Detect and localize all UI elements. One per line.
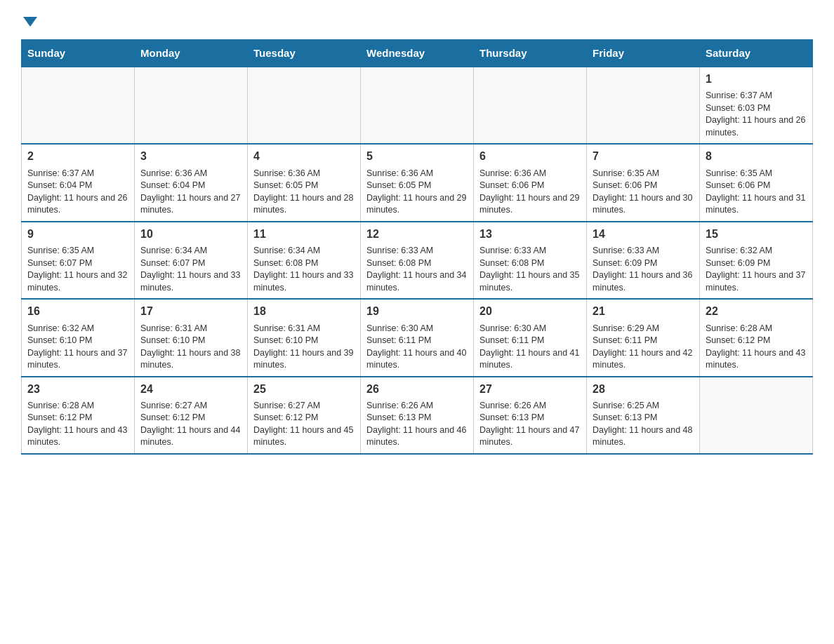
- day-info: Sunrise: 6:35 AMSunset: 6:06 PMDaylight:…: [706, 168, 807, 217]
- calendar-cell: 8Sunrise: 6:35 AMSunset: 6:06 PMDaylight…: [700, 144, 813, 221]
- calendar-cell: 9Sunrise: 6:35 AMSunset: 6:07 PMDaylight…: [22, 222, 135, 299]
- calendar-cell: 15Sunrise: 6:32 AMSunset: 6:09 PMDayligh…: [700, 222, 813, 299]
- day-number: 8: [706, 149, 807, 164]
- calendar-cell: 4Sunrise: 6:36 AMSunset: 6:05 PMDaylight…: [248, 144, 361, 221]
- day-number: 10: [140, 227, 241, 242]
- logo-arrow-icon: [23, 17, 37, 27]
- day-info: Sunrise: 6:34 AMSunset: 6:07 PMDaylight:…: [140, 245, 241, 294]
- calendar-cell: [361, 67, 474, 144]
- day-info: Sunrise: 6:29 AMSunset: 6:11 PMDaylight:…: [593, 323, 694, 372]
- calendar-cell: [22, 67, 135, 144]
- calendar-cell: [700, 377, 813, 454]
- day-info: Sunrise: 6:33 AMSunset: 6:09 PMDaylight:…: [593, 245, 694, 294]
- calendar-header-monday: Monday: [135, 40, 248, 67]
- calendar-cell: 27Sunrise: 6:26 AMSunset: 6:13 PMDayligh…: [474, 377, 587, 454]
- calendar-cell: 18Sunrise: 6:31 AMSunset: 6:10 PMDayligh…: [248, 299, 361, 376]
- day-number: 5: [366, 149, 468, 164]
- day-info: Sunrise: 6:27 AMSunset: 6:12 PMDaylight:…: [140, 400, 241, 449]
- day-number: 21: [593, 304, 694, 319]
- calendar-header-thursday: Thursday: [474, 40, 587, 67]
- day-info: Sunrise: 6:26 AMSunset: 6:13 PMDaylight:…: [479, 400, 581, 449]
- day-number: 11: [253, 227, 355, 242]
- day-info: Sunrise: 6:33 AMSunset: 6:08 PMDaylight:…: [479, 245, 581, 294]
- calendar-header-tuesday: Tuesday: [248, 40, 361, 67]
- day-number: 15: [706, 227, 807, 242]
- calendar-cell: 21Sunrise: 6:29 AMSunset: 6:11 PMDayligh…: [587, 299, 700, 376]
- calendar-header-sunday: Sunday: [22, 40, 135, 67]
- day-number: 3: [140, 149, 241, 164]
- calendar-week-1: 1Sunrise: 6:37 AMSunset: 6:03 PMDaylight…: [22, 67, 813, 144]
- day-info: Sunrise: 6:30 AMSunset: 6:11 PMDaylight:…: [366, 323, 468, 372]
- calendar-header-saturday: Saturday: [700, 40, 813, 67]
- page-header: [21, 14, 813, 25]
- day-number: 6: [479, 149, 581, 164]
- calendar-cell: 7Sunrise: 6:35 AMSunset: 6:06 PMDaylight…: [587, 144, 700, 221]
- calendar-cell: 20Sunrise: 6:30 AMSunset: 6:11 PMDayligh…: [474, 299, 587, 376]
- calendar-cell: 14Sunrise: 6:33 AMSunset: 6:09 PMDayligh…: [587, 222, 700, 299]
- day-number: 14: [593, 227, 694, 242]
- calendar-cell: [474, 67, 587, 144]
- calendar-week-5: 23Sunrise: 6:28 AMSunset: 6:12 PMDayligh…: [22, 377, 813, 454]
- calendar-cell: 5Sunrise: 6:36 AMSunset: 6:05 PMDaylight…: [361, 144, 474, 221]
- day-info: Sunrise: 6:26 AMSunset: 6:13 PMDaylight:…: [366, 400, 468, 449]
- calendar-table: SundayMondayTuesdayWednesdayThursdayFrid…: [21, 39, 813, 455]
- day-number: 9: [27, 227, 128, 242]
- day-info: Sunrise: 6:36 AMSunset: 6:05 PMDaylight:…: [253, 168, 355, 217]
- calendar-cell: 16Sunrise: 6:32 AMSunset: 6:10 PMDayligh…: [22, 299, 135, 376]
- day-number: 17: [140, 304, 241, 319]
- day-info: Sunrise: 6:36 AMSunset: 6:06 PMDaylight:…: [479, 168, 581, 217]
- day-info: Sunrise: 6:37 AMSunset: 6:04 PMDaylight:…: [27, 168, 128, 217]
- calendar-cell: 12Sunrise: 6:33 AMSunset: 6:08 PMDayligh…: [361, 222, 474, 299]
- day-info: Sunrise: 6:36 AMSunset: 6:05 PMDaylight:…: [366, 168, 468, 217]
- day-info: Sunrise: 6:34 AMSunset: 6:08 PMDaylight:…: [253, 245, 355, 294]
- day-number: 23: [27, 382, 128, 397]
- day-info: Sunrise: 6:36 AMSunset: 6:04 PMDaylight:…: [140, 168, 241, 217]
- calendar-week-4: 16Sunrise: 6:32 AMSunset: 6:10 PMDayligh…: [22, 299, 813, 376]
- calendar-cell: 24Sunrise: 6:27 AMSunset: 6:12 PMDayligh…: [135, 377, 248, 454]
- day-info: Sunrise: 6:28 AMSunset: 6:12 PMDaylight:…: [706, 323, 807, 372]
- calendar-week-2: 2Sunrise: 6:37 AMSunset: 6:04 PMDaylight…: [22, 144, 813, 221]
- calendar-header-row: SundayMondayTuesdayWednesdayThursdayFrid…: [22, 40, 813, 67]
- day-number: 12: [366, 227, 468, 242]
- day-number: 1: [706, 72, 807, 87]
- calendar-cell: 17Sunrise: 6:31 AMSunset: 6:10 PMDayligh…: [135, 299, 248, 376]
- day-number: 25: [253, 382, 355, 397]
- calendar-cell: [587, 67, 700, 144]
- day-info: Sunrise: 6:32 AMSunset: 6:09 PMDaylight:…: [706, 245, 807, 294]
- calendar-cell: 6Sunrise: 6:36 AMSunset: 6:06 PMDaylight…: [474, 144, 587, 221]
- day-number: 22: [706, 304, 807, 319]
- day-number: 18: [253, 304, 355, 319]
- calendar-cell: 13Sunrise: 6:33 AMSunset: 6:08 PMDayligh…: [474, 222, 587, 299]
- calendar-cell: 23Sunrise: 6:28 AMSunset: 6:12 PMDayligh…: [22, 377, 135, 454]
- day-info: Sunrise: 6:27 AMSunset: 6:12 PMDaylight:…: [253, 400, 355, 449]
- day-info: Sunrise: 6:25 AMSunset: 6:13 PMDaylight:…: [593, 400, 694, 449]
- calendar-cell: 3Sunrise: 6:36 AMSunset: 6:04 PMDaylight…: [135, 144, 248, 221]
- calendar-cell: 2Sunrise: 6:37 AMSunset: 6:04 PMDaylight…: [22, 144, 135, 221]
- calendar-cell: 25Sunrise: 6:27 AMSunset: 6:12 PMDayligh…: [248, 377, 361, 454]
- calendar-week-3: 9Sunrise: 6:35 AMSunset: 6:07 PMDaylight…: [22, 222, 813, 299]
- day-number: 7: [593, 149, 694, 164]
- day-info: Sunrise: 6:37 AMSunset: 6:03 PMDaylight:…: [706, 90, 807, 139]
- calendar-cell: 1Sunrise: 6:37 AMSunset: 6:03 PMDaylight…: [700, 67, 813, 144]
- day-info: Sunrise: 6:30 AMSunset: 6:11 PMDaylight:…: [479, 323, 581, 372]
- calendar-cell: 28Sunrise: 6:25 AMSunset: 6:13 PMDayligh…: [587, 377, 700, 454]
- calendar-cell: 11Sunrise: 6:34 AMSunset: 6:08 PMDayligh…: [248, 222, 361, 299]
- calendar-cell: [135, 67, 248, 144]
- calendar-cell: 10Sunrise: 6:34 AMSunset: 6:07 PMDayligh…: [135, 222, 248, 299]
- day-number: 13: [479, 227, 581, 242]
- day-info: Sunrise: 6:32 AMSunset: 6:10 PMDaylight:…: [27, 323, 128, 372]
- calendar-header-wednesday: Wednesday: [361, 40, 474, 67]
- calendar-cell: 19Sunrise: 6:30 AMSunset: 6:11 PMDayligh…: [361, 299, 474, 376]
- day-number: 24: [140, 382, 241, 397]
- day-info: Sunrise: 6:31 AMSunset: 6:10 PMDaylight:…: [253, 323, 355, 372]
- day-info: Sunrise: 6:35 AMSunset: 6:07 PMDaylight:…: [27, 245, 128, 294]
- day-number: 26: [366, 382, 468, 397]
- day-number: 4: [253, 149, 355, 164]
- day-number: 27: [479, 382, 581, 397]
- day-number: 16: [27, 304, 128, 319]
- day-info: Sunrise: 6:33 AMSunset: 6:08 PMDaylight:…: [366, 245, 468, 294]
- day-number: 20: [479, 304, 581, 319]
- day-info: Sunrise: 6:28 AMSunset: 6:12 PMDaylight:…: [27, 400, 128, 449]
- calendar-header-friday: Friday: [587, 40, 700, 67]
- calendar-cell: 22Sunrise: 6:28 AMSunset: 6:12 PMDayligh…: [700, 299, 813, 376]
